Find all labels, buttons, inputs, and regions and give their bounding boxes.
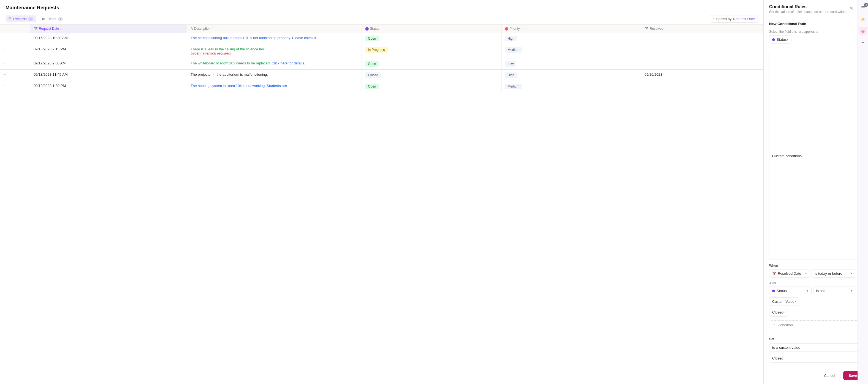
calendar-when-icon: 📅 [772,272,776,276]
text-icon: A [191,27,193,31]
records-count-badge: 5 [28,17,33,21]
col-header-priority[interactable]: ⬤ Priority ··· [501,25,641,33]
panel-title: Conditional Rules [769,4,847,9]
row-resolved [641,44,763,58]
status-col-icon: ⬤ [365,27,369,31]
cancel-button[interactable]: Cancel [819,371,840,380]
fields-tab[interactable]: ⊞ Fields 7 [39,15,66,22]
select-field-section: Select the field this rule applies to St… [769,30,863,44]
sort-button[interactable]: ↕ Sorted by Request Date [710,15,758,23]
table-row: ··· 09/17/2023 9:00 AM The whiteboard in… [0,58,763,70]
row-resolved [641,81,763,92]
field-select-chevron: ▾ [787,38,788,41]
row-priority: High [501,33,641,44]
row-date: 09/18/2023 11:45 AM [30,70,187,81]
col-options-icon-desc[interactable]: ··· [213,27,215,31]
custom-value-section: Custom Value ▾ [769,297,863,306]
add-condition-button[interactable]: ＋ Condition [769,320,863,329]
desc-link-1[interactable]: Please check it [292,36,316,40]
row-dots[interactable]: ··· [0,33,30,44]
col-header-status[interactable]: ⬤ Status ··· [362,25,501,33]
field-select-value: Status [777,37,787,41]
and-operator-value: is not [816,289,825,293]
row-dots[interactable]: ··· [0,58,30,70]
row-status: Closed [362,70,501,81]
when-operator-chevron: ▾ [851,272,852,275]
when-operator-value: is today or before [814,271,842,276]
row-description: There is a leak in the ceiling of the sc… [187,44,362,58]
row-description: The whiteboard in room 203 needs to be r… [187,58,362,70]
row-date: 09/19/2023 1:30 PM [30,81,187,92]
fields-tab-label: Fields [47,17,57,21]
side-icon-wrapper: ☰ 2 [859,4,867,11]
when-section: When 📅 Resolved Date ▾ is today or befor… [769,264,863,278]
row-dots[interactable]: ··· [0,81,30,92]
and-field-chevron: ▾ [807,289,808,293]
fields-tab-icon: ⊞ [42,17,45,21]
side-icon-bar: ☰ 2 ⚡ ⊛ ✦ [858,0,868,384]
conditional-rules-panel: Conditional Rules Set the values of a fi… [763,0,868,384]
and-section: AND Status ▾ is not ▾ [769,282,863,317]
closed-value1-dropdown[interactable]: Closed ▾ [769,308,788,317]
conditions-type-label: Custom conditions [772,154,802,158]
set-value-dropdown[interactable]: Closed ▾ [769,354,863,362]
col-options-icon-status[interactable]: ··· [381,27,384,31]
col-header-dots [0,25,30,33]
row-dots[interactable]: ··· [0,44,30,58]
row-dots[interactable]: ··· [0,70,30,81]
side-crosshair-icon-button[interactable]: ✦ [859,38,867,46]
col-options-icon[interactable]: ··· [64,27,67,31]
row-status: Open [362,81,501,92]
close-panel-button[interactable]: ✕ [848,4,854,12]
set-section: Set to a custom value ▾ Closed ▾ [769,337,863,362]
new-rule-label: New Conditional Rule [769,22,863,26]
row-date: 09/17/2023 9:00 AM [30,58,187,70]
side-lightning-icon-button[interactable]: ⚡ [859,15,867,23]
set-value-label: Closed [772,356,783,360]
sort-arrow-icon: ↓ [60,27,62,30]
panel-header: Conditional Rules Set the values of a fi… [764,0,868,17]
when-operator-dropdown[interactable]: is today or before ▾ [811,269,855,278]
conditions-type-dropdown[interactable]: Custom conditions ▾ [769,52,863,260]
row-status: Open [362,33,501,44]
priority-col-icon: ⬤ [505,27,508,31]
custom-value-dropdown[interactable]: Custom Value ▾ [769,297,799,306]
custom-value-label: Custom Value [772,299,795,303]
col-header-resolved[interactable]: 📅 Resolved [641,25,763,33]
plus-icon: ＋ [772,322,776,327]
set-operator-dropdown[interactable]: to a custom value ▾ [769,343,863,352]
row-date: 09/16/2023 2:15 PM [30,44,187,58]
row-status: Open [362,58,501,70]
when-label: When [769,264,863,267]
row-resolved [641,58,763,70]
and-field-dropdown[interactable]: Status ▾ [769,287,811,295]
when-field-dropdown[interactable]: 📅 Resolved Date ▾ [769,269,810,278]
col-options-icon-priority[interactable]: ··· [522,27,525,31]
row-priority: Medium [501,44,641,58]
closed-value1-label: Closed [772,310,783,314]
desc-link-3[interactable]: Click here for details. [272,61,305,65]
table-container: 📅 Request Date ↓ ··· A Description [0,25,763,384]
col-header-description[interactable]: A Description ··· [187,25,362,33]
records-tab-label: Records [13,17,26,21]
divider [769,47,863,48]
table-row: ··· 09/19/2023 1:30 PM The heating syste… [0,81,763,92]
table-row: ··· 09/18/2023 11:45 AM The projector in… [0,70,763,81]
closed-value1-section: Closed ▾ [769,308,863,317]
row-description: The air conditioning unit in room 101 is… [187,33,362,44]
when-condition-row: 📅 Resolved Date ▾ is today or before ▾ ✕ [769,269,863,278]
app-title: Maintenance Requests [5,5,59,11]
and-condition-row: Status ▾ is not ▾ ✕ [769,287,863,295]
set-operator-value: to a custom value [772,346,800,350]
records-tab[interactable]: ☰ Records 5 [5,15,36,22]
row-resolved: 09/20/2023 [641,70,763,81]
and-operator-dropdown[interactable]: is not ▾ [813,287,856,295]
side-filter-icon-button[interactable]: ⊛ [859,27,867,35]
panel-subtitle: Set the values of a field based on other… [769,10,847,14]
col-header-request-date[interactable]: 📅 Request Date ↓ ··· [30,25,187,33]
app-ellipsis-button[interactable]: ··· [61,4,69,11]
field-select-icon [772,38,775,41]
divider2 [769,333,863,333]
field-select-dropdown[interactable]: Status ▾ [769,35,792,44]
custom-value-chevron: ▾ [795,300,796,303]
